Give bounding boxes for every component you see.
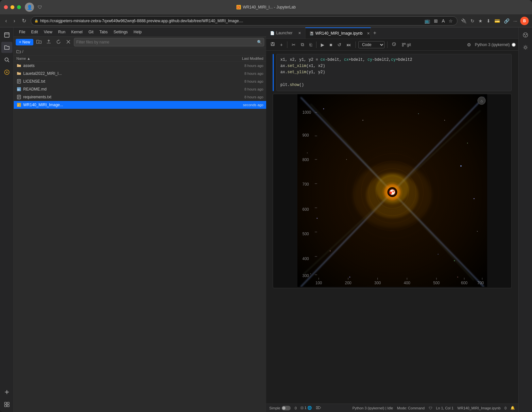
file-item-wr140[interactable]: J WR140_MIRI_Image... seconds ago xyxy=(14,101,266,109)
paste-button[interactable]: ⎗ xyxy=(308,41,314,48)
search-box[interactable]: 🔍 xyxy=(74,38,264,46)
menu-bar: File Edit View Run Kernel Git Tabs Setti… xyxy=(14,27,266,37)
run-all-button[interactable]: ⏭ xyxy=(345,41,353,48)
right-sidebar-icon-palette[interactable] xyxy=(520,29,531,41)
save-button[interactable] xyxy=(269,41,277,48)
stop-button[interactable]: ■ xyxy=(328,41,334,48)
code-cell[interactable]: x1, x2, y1, y2 = cx-bdelt, cx+bdelt, cy-… xyxy=(276,54,512,91)
extension-icon[interactable]: 🔌 xyxy=(460,17,468,25)
menu-edit[interactable]: Edit xyxy=(28,29,41,35)
new-folder-button[interactable] xyxy=(35,38,43,46)
kernel-name: Python 3 (ipykernel) xyxy=(475,42,510,47)
new-file-button[interactable]: + New xyxy=(16,39,33,45)
menu-kernel[interactable]: Kernel xyxy=(69,29,85,35)
close-filter-button[interactable] xyxy=(64,38,73,46)
sidebar-icon-folder[interactable] xyxy=(1,42,12,53)
sort-icon: ▲ xyxy=(27,57,30,60)
title-bar: 👤 🛡 ⭕ WR140_MIRI_I... - JupyterLab xyxy=(0,0,532,14)
svg-text:900: 900 xyxy=(302,133,309,138)
search-input[interactable] xyxy=(76,40,257,44)
forward-button[interactable]: › xyxy=(11,17,17,25)
col-name-header[interactable]: Name ▲ xyxy=(16,57,228,60)
file-modified: 8 hours ago xyxy=(232,87,264,91)
cut-button[interactable]: ✂ xyxy=(290,41,297,48)
menu-help[interactable]: Help xyxy=(131,29,145,35)
downloads-icon[interactable]: ⬇ xyxy=(486,17,491,25)
status-icons: ⊡ 1 🌐 xyxy=(300,406,312,410)
url-text: https://craigjpeters-miniature-zebra-7qx… xyxy=(40,19,421,23)
maximize-button[interactable] xyxy=(17,5,21,9)
file-modified: 8 hours ago xyxy=(232,79,264,83)
add-cell-button[interactable]: + xyxy=(279,41,284,48)
git-label: git xyxy=(407,42,411,47)
sidebar-icon-search[interactable] xyxy=(1,54,12,65)
tab-close-button[interactable]: × xyxy=(298,30,301,36)
schedule-button[interactable] xyxy=(390,41,398,48)
notification-count: 0 xyxy=(505,406,506,410)
menu-run[interactable]: Run xyxy=(56,29,68,35)
close-button[interactable] xyxy=(4,5,8,9)
svg-point-18 xyxy=(402,43,403,44)
profile-avatar[interactable]: 👤 xyxy=(25,3,34,12)
copy-button[interactable]: ⧉ xyxy=(299,41,306,48)
restart-button[interactable]: ↺ xyxy=(336,41,343,48)
add-tab-button[interactable]: + xyxy=(371,29,379,37)
bookmark-icon[interactable]: ★ xyxy=(477,17,484,25)
file-item-license[interactable]: LICENSE.txt 8 hours ago xyxy=(14,77,266,85)
menu-view[interactable]: View xyxy=(41,29,55,35)
tab-close-button[interactable]: × xyxy=(367,31,370,36)
svg-point-104 xyxy=(526,34,527,35)
sidebar-icon-files[interactable] xyxy=(1,29,12,41)
more-icon[interactable]: ··· xyxy=(512,17,518,25)
file-modified: 8 hours ago xyxy=(232,95,264,99)
col-modified-header[interactable]: Last Modified xyxy=(228,57,264,60)
toggle-switch[interactable] xyxy=(282,406,291,410)
svg-point-105 xyxy=(525,36,526,37)
menu-file[interactable]: File xyxy=(16,29,28,35)
menu-settings[interactable]: Settings xyxy=(111,29,130,35)
right-sidebar-icon-settings[interactable] xyxy=(520,42,531,53)
refresh2-icon[interactable]: ↻ xyxy=(470,17,475,25)
svg-rect-0 xyxy=(5,33,9,37)
error-count: 0 xyxy=(295,406,297,410)
sidebar-icon-extensions[interactable] xyxy=(1,399,12,410)
refresh-files-button[interactable] xyxy=(54,38,63,46)
svg-point-53 xyxy=(323,108,324,109)
upload-button[interactable] xyxy=(44,38,53,46)
menu-git[interactable]: Git xyxy=(86,29,96,35)
sidebar-icon-git[interactable] xyxy=(1,67,12,78)
star-icon[interactable]: ☆ xyxy=(448,17,454,25)
file-item-assets[interactable]: assets 8 hours ago xyxy=(14,62,266,70)
kernel-settings-button[interactable]: ⚙ xyxy=(465,41,473,48)
code-line-3: ax.set_ylim(y1, y2) xyxy=(281,69,508,75)
sidebar-icons xyxy=(0,27,14,412)
shield-icon: 🛡 xyxy=(37,4,43,10)
file-toolbar: + New 🔍 xyxy=(14,37,266,48)
cell-type-select[interactable]: Code Markdown Raw xyxy=(358,41,385,48)
run-button[interactable]: ▶ xyxy=(319,41,326,48)
menu-tabs[interactable]: Tabs xyxy=(97,29,110,35)
file-item-lauetal[interactable]: Lauetal2022_MIRI_I... 8 hours ago xyxy=(14,70,266,77)
file-name: Lauetal2022_MIRI_I... xyxy=(23,71,232,76)
simple-toggle[interactable]: Simple xyxy=(269,406,291,410)
file-list-header: Name ▲ Last Modified xyxy=(14,56,266,62)
telescope-image-svg: 1000 900 800 700 600 500 400 300 100 20 xyxy=(273,94,512,287)
bell-icon: 🔔 xyxy=(510,406,515,410)
tab-launcher[interactable]: 📄 Launcher × xyxy=(266,27,305,39)
svg-point-19 xyxy=(404,43,405,44)
sidebar-icon-add[interactable] xyxy=(1,387,12,398)
tab-notebook[interactable]: 📓 WR140_MIRI_Image.ipynb × xyxy=(305,27,371,39)
svg-text:400: 400 xyxy=(302,256,309,261)
url-bar[interactable]: 🔒 https://craigjpeters-miniature-zebra-7… xyxy=(31,16,458,25)
file-icon xyxy=(16,79,22,84)
svg-point-69 xyxy=(438,254,438,255)
back-button[interactable]: ‹ xyxy=(3,17,9,25)
wallet-icon[interactable]: 💳 xyxy=(493,17,501,25)
file-item-requirements[interactable]: requirements.txt 8 hours ago xyxy=(14,93,266,101)
link-icon[interactable]: 🔗 xyxy=(503,17,510,25)
file-item-readme[interactable]: M README.md 8 hours ago xyxy=(14,85,266,93)
minimize-button[interactable] xyxy=(10,5,14,9)
git-button[interactable]: git xyxy=(400,41,413,48)
refresh-button[interactable]: ↻ xyxy=(20,17,28,25)
svg-text:200: 200 xyxy=(345,281,351,285)
